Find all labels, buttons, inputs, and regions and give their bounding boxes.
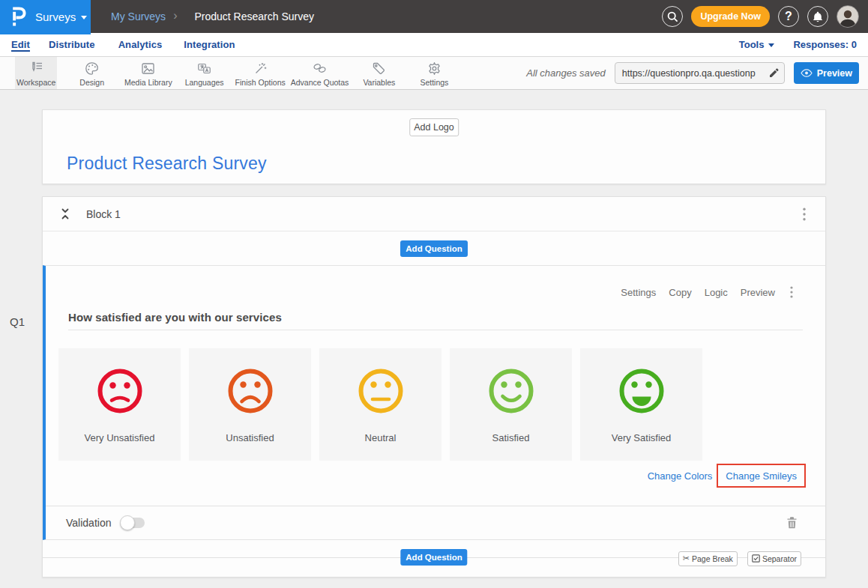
- edit-url-icon[interactable]: [769, 68, 779, 78]
- smiley-option[interactable]: Satisfied: [450, 348, 572, 461]
- upgrade-now-button[interactable]: Upgrade Now: [691, 6, 770, 27]
- add-logo-button[interactable]: Add Logo: [409, 118, 459, 136]
- workspace-icon: [28, 61, 44, 76]
- product-switcher[interactable]: Surveys: [0, 0, 91, 34]
- question-number: Q1: [10, 315, 25, 328]
- collapse-block-icon[interactable]: [59, 207, 71, 220]
- block-title: Block 1: [86, 208, 121, 220]
- nav-right: Tools Responses: 0: [739, 39, 857, 50]
- surveys-menu-label: Surveys: [35, 10, 76, 23]
- top-bar: Surveys My Surveys › Product Research Su…: [0, 0, 868, 33]
- question-action-logic[interactable]: Logic: [705, 287, 728, 298]
- breadcrumb: My Surveys › Product Research Survey: [111, 10, 314, 22]
- toolbar-item-settings[interactable]: Settings: [418, 57, 450, 89]
- toolbar-item-label: Advance Quotas: [291, 78, 349, 87]
- question-action-preview[interactable]: Preview: [741, 287, 775, 298]
- smiley-option[interactable]: Neutral: [319, 348, 441, 461]
- change-smileys-link[interactable]: Change Smileys: [726, 470, 797, 482]
- add-question-row-top: Add Question: [43, 231, 825, 265]
- validation-row: Validation: [46, 506, 825, 539]
- smiley-option[interactable]: Unsatisfied: [189, 348, 311, 461]
- tab-edit[interactable]: Edit: [11, 39, 30, 50]
- toolbar-item-media-library[interactable]: Media Library: [123, 57, 174, 89]
- page-break-button[interactable]: ✂ Page Break: [678, 551, 738, 566]
- search-icon: [667, 11, 678, 22]
- translate-icon: [196, 61, 212, 76]
- block-footer: Add Question ✂ Page Break Separator: [43, 540, 825, 577]
- validation-toggle[interactable]: [121, 518, 145, 528]
- preview-button-label: Preview: [817, 68, 852, 79]
- smiley-option-label: Neutral: [365, 432, 397, 443]
- question-card[interactable]: Q1 Settings Copy Logic Preview How satis…: [43, 265, 825, 540]
- smiley-option-label: Unsatisfied: [226, 432, 274, 443]
- toggle-knob: [120, 515, 135, 530]
- autosave-status: All changes saved: [526, 67, 606, 79]
- smiley-very-unsatisfied-icon: [97, 368, 143, 414]
- toolbar-item-label: Finish Options: [235, 78, 286, 87]
- breadcrumb-current: Product Research Survey: [194, 10, 314, 22]
- user-avatar[interactable]: [837, 5, 859, 28]
- block-header: Block 1: [43, 197, 825, 231]
- gear-icon: [427, 61, 442, 76]
- toolbar-item-advance-quotas[interactable]: Advance Quotas: [289, 57, 351, 89]
- tag-icon: [371, 61, 387, 76]
- tab-distribute[interactable]: Distribute: [49, 39, 95, 50]
- search-button[interactable]: [662, 6, 683, 27]
- footer-buttons: ✂ Page Break Separator: [678, 551, 801, 566]
- toolbar-item-languages[interactable]: Languages: [184, 57, 226, 89]
- toolbar-item-label: Design: [79, 78, 104, 87]
- eye-icon: [801, 69, 813, 77]
- editor-canvas: Add Logo Product Research Survey Block 1…: [0, 90, 868, 578]
- change-colors-link[interactable]: Change Colors: [648, 470, 713, 482]
- toolbar-item-label: Workspace: [16, 78, 55, 87]
- smiley-option[interactable]: Very Satisfied: [580, 348, 702, 461]
- smiley-very-satisfied-icon: [618, 368, 665, 414]
- tab-integration[interactable]: Integration: [184, 39, 235, 50]
- palette-icon: [84, 61, 100, 76]
- survey-nav: Edit Distribute Analytics Integration To…: [0, 33, 868, 57]
- block-menu-icon[interactable]: [801, 206, 807, 222]
- preview-button[interactable]: Preview: [794, 62, 859, 84]
- surveys-menu[interactable]: Surveys: [35, 10, 87, 23]
- add-question-button-bottom[interactable]: Add Question: [400, 549, 467, 566]
- smiley-option[interactable]: Very Unsatisfied: [58, 348, 181, 461]
- breadcrumb-my-surveys[interactable]: My Surveys: [111, 10, 166, 22]
- question-action-settings[interactable]: Settings: [621, 287, 656, 298]
- smiley-satisfied-icon: [488, 368, 534, 414]
- toolbar-item-label: Media Library: [124, 78, 172, 87]
- survey-url-input[interactable]: [622, 68, 766, 79]
- toolbar-item-label: Variables: [363, 78, 395, 87]
- separator-button[interactable]: Separator: [747, 551, 801, 566]
- smiley-option-label: Satisfied: [492, 432, 530, 443]
- question-title-wrap: How satisfied are you with our services: [68, 311, 803, 330]
- trash-icon: [787, 517, 797, 529]
- question-mark-icon: ?: [785, 10, 792, 22]
- toolbar-item-variables[interactable]: Variables: [361, 57, 397, 89]
- add-question-button-top[interactable]: Add Question: [400, 240, 467, 257]
- toolbar-item-workspace[interactable]: Workspace: [15, 57, 57, 89]
- validation-label: Validation: [66, 517, 111, 529]
- help-button[interactable]: ?: [778, 6, 799, 27]
- smiley-option-label: Very Unsatisfied: [85, 432, 155, 443]
- bell-icon: [813, 11, 823, 22]
- notifications-button[interactable]: [807, 6, 828, 27]
- toolbar-item-label: Languages: [185, 78, 224, 87]
- tools-menu[interactable]: Tools: [739, 39, 775, 50]
- question-action-copy[interactable]: Copy: [669, 287, 691, 298]
- responses-count[interactable]: Responses: 0: [793, 39, 857, 50]
- separator-label: Separator: [762, 554, 797, 563]
- question-actions: Settings Copy Logic Preview: [46, 266, 825, 300]
- smiley-option-label: Very Satisfied: [612, 432, 672, 443]
- question-menu-icon[interactable]: [789, 285, 795, 300]
- breadcrumb-separator-icon: ›: [173, 9, 177, 22]
- toolbar-item-finish-options[interactable]: Finish Options: [234, 57, 287, 89]
- tab-analytics[interactable]: Analytics: [118, 39, 163, 50]
- editor-toolbar: Workspace Design Media Library Languages: [0, 57, 868, 90]
- chain-links-icon: [312, 61, 328, 76]
- toolbar-item-design[interactable]: Design: [78, 57, 106, 89]
- question-title[interactable]: How satisfied are you with our services: [68, 311, 282, 324]
- delete-question-button[interactable]: [787, 517, 797, 529]
- survey-url-box: [615, 62, 785, 84]
- survey-title[interactable]: Product Research Survey: [67, 154, 267, 174]
- toolbar-item-label: Settings: [420, 78, 448, 87]
